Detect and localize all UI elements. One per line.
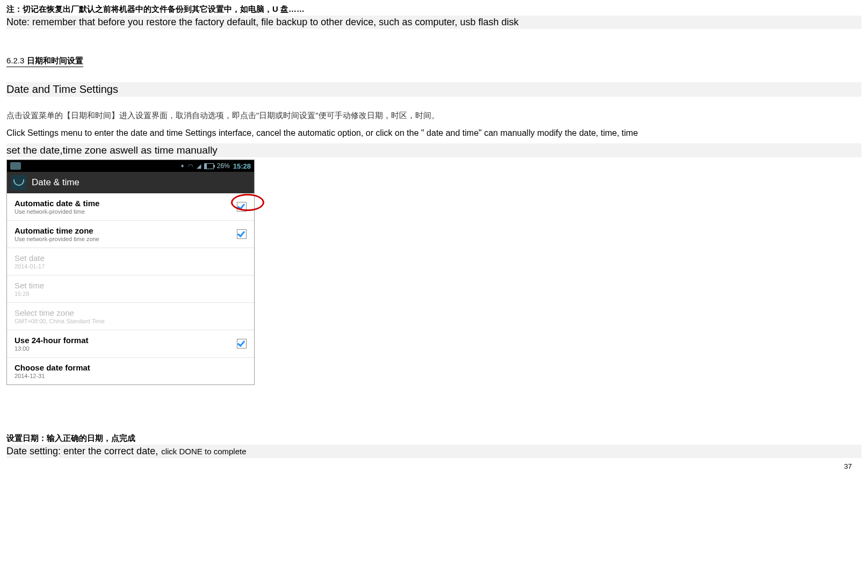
row-label: Select time zone	[15, 308, 105, 317]
row-sublabel: GMT+08:00, China Standard Time	[15, 318, 105, 324]
date-setting-en-part2: click DONE to complete	[161, 447, 246, 456]
row-sublabel: 13:00	[15, 345, 89, 352]
row-label: Set date	[15, 253, 45, 263]
row-select-time-zone: Select time zone GMT+08:00, China Standa…	[7, 303, 254, 330]
wifi-icon: ◠	[188, 163, 193, 170]
row-sublabel: 2014-01-17	[15, 263, 45, 270]
section-number: 6.2.3	[6, 56, 24, 65]
date-setting-cn: 设置日期：输入正确的日期，点完成	[6, 433, 862, 444]
phone-screenshot: ✦ ◠ ◢ 26% 15:28 Date & time Automatic da…	[6, 159, 255, 385]
statusbar-right: ✦ ◠ ◢ 26% 15:28	[180, 162, 251, 170]
checkbox-auto-time-zone[interactable]	[237, 229, 247, 239]
checkbox-24-hour[interactable]	[237, 339, 247, 349]
date-setting-en-part1: Date setting: enter the correct date,	[6, 446, 158, 457]
row-set-date: Set date 2014-01-17	[7, 248, 254, 275]
row-choose-date-format[interactable]: Choose date format 2014-12-31	[7, 358, 254, 384]
signal-icon: ◢	[197, 163, 201, 170]
date-setting-en: Date setting: enter the correct date, cl…	[6, 445, 862, 458]
section-title-en: Date and Time Settings	[6, 82, 862, 97]
page-number: 37	[6, 458, 862, 473]
row-label: Choose date format	[15, 363, 90, 372]
row-sublabel: Use network-provided time zone	[15, 236, 99, 242]
paragraph-en-line2: set the date,time zone aswell as time ma…	[6, 143, 862, 157]
battery-percent: 26%	[217, 162, 230, 170]
title-bar: Date & time	[7, 172, 254, 193]
checkbox-auto-date-time[interactable]	[237, 202, 247, 212]
row-24-hour-format[interactable]: Use 24-hour format 13:00	[7, 330, 254, 358]
row-label: Use 24-hour format	[15, 336, 89, 345]
paragraph-cn: 点击设置菜单的【日期和时间】进入设置界面，取消自动选项，即点击"日期或时间设置"…	[6, 111, 862, 121]
section-heading: 6.2.3 日期和时间设置	[6, 56, 862, 81]
status-bar: ✦ ◠ ◢ 26% 15:28	[7, 160, 254, 172]
row-label: Set time	[15, 281, 44, 290]
row-auto-date-time[interactable]: Automatic date & time Use network-provid…	[7, 193, 254, 221]
row-label: Automatic date & time	[15, 199, 99, 208]
row-sublabel: Use network-provided time	[15, 208, 99, 215]
row-sublabel: 2014-12-31	[15, 373, 90, 379]
note-chinese: 注：切记在恢复出厂默认之前将机器中的文件备份到其它设置中，如电脑，U 盘……	[6, 4, 862, 14]
row-auto-time-zone[interactable]: Automatic time zone Use network-provided…	[7, 221, 254, 248]
battery-icon	[204, 163, 214, 169]
note-english: Note: remember that before you restore t…	[6, 16, 862, 29]
title-bar-text: Date & time	[32, 177, 79, 188]
row-label: Automatic time zone	[15, 226, 99, 235]
phone-screenshot-wrapper: ✦ ◠ ◢ 26% 15:28 Date & time Automatic da…	[6, 159, 255, 433]
settings-date-icon	[11, 175, 26, 190]
paragraph-en-line1: Click Settings menu to enter the date an…	[6, 128, 862, 138]
row-sublabel: 15:28	[15, 291, 44, 297]
bluetooth-icon: ✦	[180, 163, 185, 170]
statusbar-time: 15:28	[233, 162, 251, 170]
section-title-cn: 日期和时间设置	[27, 56, 83, 65]
row-set-time: Set time 15:28	[7, 275, 254, 303]
statusbar-app-icon	[10, 162, 21, 170]
